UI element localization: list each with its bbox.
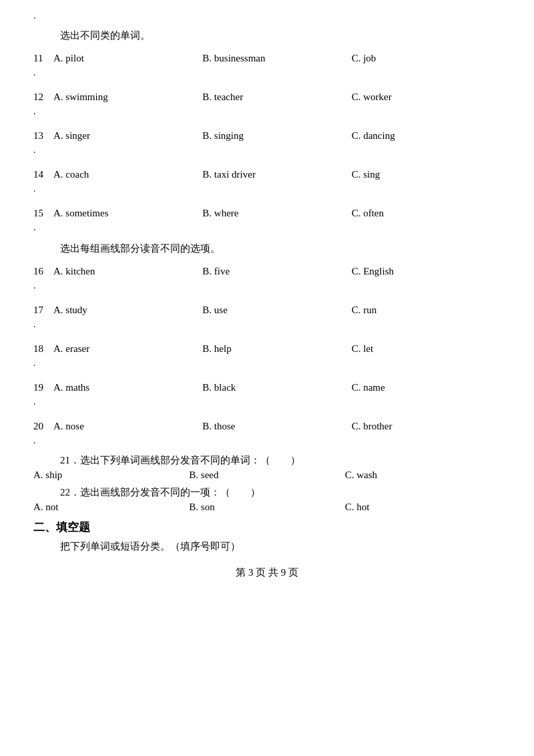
q15-num: 15 bbox=[33, 205, 53, 221]
q12-c: C. worker bbox=[352, 89, 501, 105]
q17-a: A. study bbox=[53, 302, 202, 318]
q13-a: A. singer bbox=[53, 128, 202, 144]
q18-num: 18 bbox=[33, 341, 53, 357]
q19-b: B. black bbox=[202, 379, 351, 395]
question-12: 12 A. swimming B. teacher C. worker bbox=[33, 86, 501, 108]
question-13: 13 A. singer B. singing C. dancing bbox=[33, 125, 501, 146]
q16-c: C. English bbox=[352, 263, 501, 279]
q15-c: C. often bbox=[352, 205, 501, 221]
question-11: 11 A. pilot B. businessman C. job bbox=[33, 47, 501, 69]
dot-1: · bbox=[33, 13, 501, 24]
question-20: 20 A. nose B. those C. brother bbox=[33, 415, 501, 437]
q14-b: B. taxi driver bbox=[202, 166, 351, 182]
q22-options: A. not B. son C. hot bbox=[33, 502, 501, 513]
q18-c: C. let bbox=[352, 341, 501, 357]
q15-b: B. where bbox=[202, 205, 351, 221]
q17-c: C. run bbox=[352, 302, 501, 318]
question-15: 15 A. sometimes B. where C. often bbox=[33, 202, 501, 224]
q14-num: 14 bbox=[33, 166, 53, 182]
q21-options: A. ship B. seed C. wash bbox=[33, 469, 501, 481]
section2-instruction: 把下列单词或短语分类。（填序号即可） bbox=[60, 540, 501, 553]
q21-c: C. wash bbox=[345, 469, 501, 481]
q20-c: C. brother bbox=[352, 418, 501, 434]
q19-a: A. maths bbox=[53, 379, 202, 395]
page-footer: 第 3 页 共 9 页 bbox=[33, 566, 501, 579]
q21-label: 21．选出下列单词画线部分发音不同的单词：（ ） bbox=[60, 454, 501, 467]
q20-num: 20 bbox=[33, 418, 53, 434]
question-17: 17 A. study B. use C. run bbox=[33, 299, 501, 321]
q12-b: B. teacher bbox=[202, 89, 351, 105]
q17-num: 17 bbox=[33, 302, 53, 318]
q21-b: B. seed bbox=[189, 469, 344, 481]
q12-a: A. swimming bbox=[53, 89, 202, 105]
q19-num: 19 bbox=[33, 379, 53, 395]
question-16: 16 A. kitchen B. five C. English bbox=[33, 260, 501, 282]
section2-title: 二、填空题 bbox=[33, 520, 501, 535]
q11-b: B. businessman bbox=[202, 50, 351, 66]
q14-a: A. coach bbox=[53, 166, 202, 182]
question-18: 18 A. eraser B. help C. let bbox=[33, 338, 501, 359]
q16-b: B. five bbox=[202, 263, 351, 279]
q16-a: A. kitchen bbox=[53, 263, 202, 279]
q18-b: B. help bbox=[202, 341, 351, 357]
q12-num: 12 bbox=[33, 89, 53, 105]
q22-label: 22．选出画线部分发音不同的一项：（ ） bbox=[60, 486, 501, 499]
q13-b: B. singing bbox=[202, 128, 351, 144]
q19-c: C. name bbox=[352, 379, 501, 395]
q20-b: B. those bbox=[202, 418, 351, 434]
question-19: 19 A. maths B. black C. name bbox=[33, 377, 501, 398]
q15-a: A. sometimes bbox=[53, 205, 202, 221]
q22-b: B. son bbox=[189, 502, 344, 513]
q11-a: A. pilot bbox=[53, 50, 202, 66]
q11-num: 11 bbox=[33, 50, 53, 66]
q22-a: A. not bbox=[33, 502, 189, 513]
q22-c: C. hot bbox=[345, 502, 501, 513]
instruction-2: 选出每组画线部分读音不同的选项。 bbox=[60, 242, 501, 255]
q14-c: C. sing bbox=[352, 166, 501, 182]
q17-b: B. use bbox=[202, 302, 351, 318]
q20-a: A. nose bbox=[53, 418, 202, 434]
q18-a: A. eraser bbox=[53, 341, 202, 357]
instruction-1: 选出不同类的单词。 bbox=[60, 29, 501, 42]
question-14: 14 A. coach B. taxi driver C. sing bbox=[33, 164, 501, 185]
q16-num: 16 bbox=[33, 263, 53, 279]
q11-c: C. job bbox=[352, 50, 501, 66]
q21-a: A. ship bbox=[33, 469, 189, 481]
q13-c: C. dancing bbox=[352, 128, 501, 144]
q13-num: 13 bbox=[33, 128, 53, 144]
